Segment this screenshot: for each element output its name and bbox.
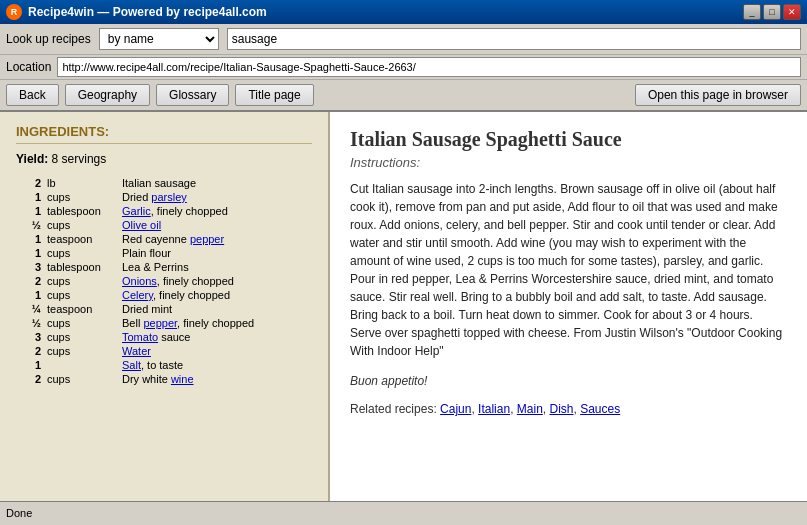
table-row: 2 lb Italian sausage [16, 176, 312, 190]
glossary-button[interactable]: Glossary [156, 84, 229, 106]
app-icon: R [6, 4, 22, 20]
ingredients-title: INGREDIENTS: [16, 124, 312, 144]
ing-name: Dried parsley [119, 190, 312, 204]
ingredients-table: 2 lb Italian sausage 1 cups Dried parsle… [16, 176, 312, 386]
ing-name: Dry white wine [119, 372, 312, 386]
titlebar: R Recipe4win — Powered by recipe4all.com… [0, 0, 807, 24]
location-input[interactable] [57, 57, 801, 77]
ing-qty: 2 [16, 176, 44, 190]
ing-unit: tablespoon [44, 204, 119, 218]
table-row: ½ cups Bell pepper, finely chopped [16, 316, 312, 330]
ing-name: Tomato sauce [119, 330, 312, 344]
ing-name: Lea & Perrins [119, 260, 312, 274]
ing-unit: cups [44, 218, 119, 232]
content-area: INGREDIENTS: Yield: 8 servings 2 lb Ital… [0, 112, 807, 501]
titlebar-controls[interactable]: _ □ ✕ [743, 4, 801, 20]
ing-qty: 1 [16, 190, 44, 204]
dish-link[interactable]: Dish [549, 402, 573, 416]
italian-link[interactable]: Italian [478, 402, 510, 416]
recipe-title: Italian Sausage Spaghetti Sauce [350, 128, 787, 151]
ing-qty: 2 [16, 274, 44, 288]
titlebar-left: R Recipe4win — Powered by recipe4all.com [6, 4, 267, 20]
related-recipes: Related recipes: Cajun, Italian, Main, D… [350, 402, 787, 416]
ing-unit [44, 358, 119, 372]
ing-qty: 1 [16, 204, 44, 218]
ing-name: Bell pepper, finely chopped [119, 316, 312, 330]
ing-unit: cups [44, 344, 119, 358]
statusbar: Done [0, 501, 807, 523]
parsley-link[interactable]: parsley [151, 191, 186, 203]
ing-unit: cups [44, 330, 119, 344]
navbar: Back Geography Glossary Title page Open … [0, 80, 807, 112]
table-row: 3 cups Tomato sauce [16, 330, 312, 344]
titlebar-title: Recipe4win — Powered by recipe4all.com [28, 5, 267, 19]
ing-name: Plain flour [119, 246, 312, 260]
lookup-select[interactable]: by name [99, 28, 219, 50]
ing-name: Olive oil [119, 218, 312, 232]
ing-name: Dried mint [119, 302, 312, 316]
ing-qty: 1 [16, 232, 44, 246]
maximize-button[interactable]: □ [763, 4, 781, 20]
ing-qty: 1 [16, 246, 44, 260]
ing-qty: 3 [16, 260, 44, 274]
minimize-button[interactable]: _ [743, 4, 761, 20]
salt-link[interactable]: Salt [122, 359, 141, 371]
location-label: Location [6, 60, 51, 74]
cajun-link[interactable]: Cajun [440, 402, 471, 416]
table-row: ¼ teaspoon Dried mint [16, 302, 312, 316]
bell-pepper-link[interactable]: pepper [143, 317, 177, 329]
table-row: 1 teaspoon Red cayenne pepper [16, 232, 312, 246]
geography-button[interactable]: Geography [65, 84, 150, 106]
ing-unit: cups [44, 274, 119, 288]
wine-link[interactable]: wine [171, 373, 194, 385]
yield-value: 8 servings [52, 152, 107, 166]
table-row: 2 cups Water [16, 344, 312, 358]
table-row: 2 cups Onions, finely chopped [16, 274, 312, 288]
ing-qty: 2 [16, 344, 44, 358]
ing-qty: ½ [16, 316, 44, 330]
ing-name: Italian sausage [119, 176, 312, 190]
ing-name: Water [119, 344, 312, 358]
sauces-link[interactable]: Sauces [580, 402, 620, 416]
ing-qty: ½ [16, 218, 44, 232]
table-row: 1 cups Plain flour [16, 246, 312, 260]
water-link[interactable]: Water [122, 345, 151, 357]
open-browser-button[interactable]: Open this page in browser [635, 84, 801, 106]
recipe-panel: Italian Sausage Spaghetti Sauce Instruct… [330, 112, 807, 501]
ing-unit: lb [44, 176, 119, 190]
search-input[interactable] [227, 28, 801, 50]
olive-oil-link[interactable]: Olive oil [122, 219, 161, 231]
ing-unit: tablespoon [44, 260, 119, 274]
tomato-link[interactable]: Tomato [122, 331, 158, 343]
ing-unit: cups [44, 316, 119, 330]
ing-name: Salt, to taste [119, 358, 312, 372]
yield-line: Yield: 8 servings [16, 152, 312, 166]
ing-name: Onions, finely chopped [119, 274, 312, 288]
ing-unit: cups [44, 190, 119, 204]
pepper-link[interactable]: pepper [190, 233, 224, 245]
table-row: 1 cups Celery, finely chopped [16, 288, 312, 302]
ing-qty: 3 [16, 330, 44, 344]
ing-unit: cups [44, 246, 119, 260]
ing-name: Garlic, finely chopped [119, 204, 312, 218]
buon-appetito: Buon appetito! [350, 374, 787, 388]
table-row: 3 tablespoon Lea & Perrins [16, 260, 312, 274]
recipe-instructions-label: Instructions: [350, 155, 787, 170]
ing-name: Red cayenne pepper [119, 232, 312, 246]
garlic-link[interactable]: Garlic [122, 205, 151, 217]
related-prefix: Related recipes: [350, 402, 437, 416]
celery-link[interactable]: Celery [122, 289, 153, 301]
locationbar: Location [0, 55, 807, 80]
main-link[interactable]: Main [517, 402, 543, 416]
back-button[interactable]: Back [6, 84, 59, 106]
ingredients-panel: INGREDIENTS: Yield: 8 servings 2 lb Ital… [0, 112, 330, 501]
ing-qty: 1 [16, 358, 44, 372]
ing-qty: 2 [16, 372, 44, 386]
ing-unit: cups [44, 288, 119, 302]
title-page-button[interactable]: Title page [235, 84, 313, 106]
ing-unit: teaspoon [44, 232, 119, 246]
close-button[interactable]: ✕ [783, 4, 801, 20]
onions-link[interactable]: Onions [122, 275, 157, 287]
ing-qty: 1 [16, 288, 44, 302]
ing-unit: cups [44, 372, 119, 386]
